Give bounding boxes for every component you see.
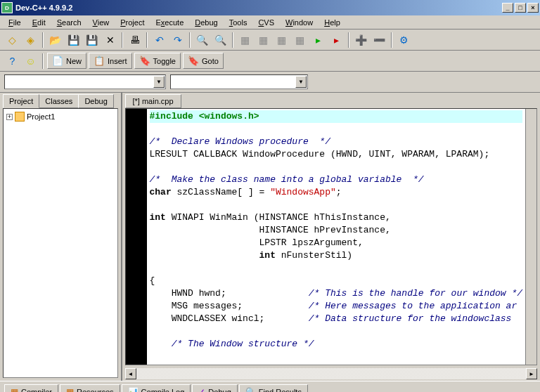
- horizontal-scrollbar[interactable]: ◄ ►: [125, 368, 538, 379]
- open-icon[interactable]: 📂: [47, 32, 63, 48]
- save-icon[interactable]: 💾: [65, 32, 82, 48]
- add-file-icon[interactable]: ➕: [353, 32, 369, 48]
- menu-cvs[interactable]: CVS: [252, 17, 280, 28]
- tab-compile-log[interactable]: 📊Compile Log: [122, 384, 191, 392]
- tab-project[interactable]: Project: [3, 94, 39, 108]
- find-icon[interactable]: 🔍: [194, 32, 210, 48]
- menu-file[interactable]: File: [3, 17, 27, 28]
- remove-file-icon[interactable]: ➖: [371, 32, 387, 48]
- menu-search[interactable]: Search: [51, 17, 87, 28]
- insert-button[interactable]: 📋Insert: [89, 53, 132, 69]
- expand-icon[interactable]: +: [6, 114, 13, 120]
- tab-compiler[interactable]: ▦Compiler: [4, 384, 58, 392]
- minimize-button[interactable]: _: [502, 3, 513, 13]
- menu-view[interactable]: View: [87, 17, 115, 28]
- menu-tools[interactable]: Tools: [224, 17, 253, 28]
- close-button[interactable]: ×: [527, 3, 539, 13]
- new-project-icon[interactable]: ◈: [22, 32, 39, 48]
- project-icon: [15, 112, 25, 122]
- options-icon[interactable]: ⚙: [396, 32, 412, 48]
- class-combo[interactable]: ▼: [4, 74, 166, 89]
- undo-icon[interactable]: ↶: [151, 32, 167, 48]
- compile-run-icon[interactable]: ▦: [274, 32, 290, 48]
- about-icon[interactable]: ☺: [22, 53, 39, 69]
- help-icon[interactable]: ?: [4, 53, 20, 69]
- window-title: Dev-C++ 4.9.9.2: [15, 4, 502, 12]
- tab-resources[interactable]: ▦Resources: [60, 384, 120, 392]
- combo-row: ▼ ▼: [0, 72, 540, 93]
- vertical-scrollbar[interactable]: [525, 109, 536, 365]
- file-tab-main[interactable]: [*] main.cpp: [125, 94, 181, 108]
- code-area[interactable]: #include <windows.h> /* Declare Windows …: [147, 109, 526, 365]
- chevron-down-icon[interactable]: ▼: [153, 76, 165, 88]
- project-tree[interactable]: + Project1: [3, 108, 118, 378]
- maximize-button[interactable]: □: [515, 3, 526, 13]
- rebuild-icon[interactable]: ▦: [292, 32, 308, 48]
- left-panel: Project Classes Debug + Project1: [0, 93, 122, 381]
- menu-project[interactable]: Project: [115, 17, 150, 28]
- save-all-icon[interactable]: 💾: [84, 32, 100, 48]
- tab-debug-bottom[interactable]: ✓Debug: [192, 384, 237, 392]
- toolbar-main: ◇ ◈ 📂 💾 💾 ✕ 🖶 ↶ ↷ 🔍 🔍 ▦ ▦ ▦ ▦ ▸ ▸ ➕ ➖ ⚙: [0, 30, 540, 51]
- project-label: Project1: [27, 112, 55, 121]
- menu-debug[interactable]: Debug: [189, 17, 223, 28]
- tab-classes[interactable]: Classes: [39, 94, 79, 108]
- compile-icon[interactable]: ▦: [237, 32, 253, 48]
- close-file-icon[interactable]: ✕: [102, 32, 118, 48]
- tree-item-project[interactable]: + Project1: [6, 112, 115, 122]
- tab-debug[interactable]: Debug: [78, 94, 113, 108]
- new-button[interactable]: 📄New: [47, 53, 86, 69]
- menu-execute[interactable]: Execute: [150, 17, 190, 28]
- menu-window[interactable]: Window: [280, 17, 319, 28]
- method-combo[interactable]: ▼: [170, 74, 308, 89]
- print-icon[interactable]: 🖶: [127, 32, 143, 48]
- toolbar-secondary: ? ☺ 📄New 📋Insert 🔖Toggle 🔖Goto: [0, 51, 540, 72]
- new-file-icon[interactable]: ◇: [4, 32, 20, 48]
- run-icon[interactable]: ▦: [255, 32, 271, 48]
- menu-help[interactable]: Help: [319, 17, 346, 28]
- replace-icon[interactable]: 🔍: [212, 32, 229, 48]
- editor[interactable]: #include <windows.h> /* Declare Windows …: [125, 108, 538, 365]
- chevron-down-icon[interactable]: ▼: [295, 76, 307, 88]
- scroll-right-icon[interactable]: ►: [526, 368, 537, 379]
- title-bar: D Dev-C++ 4.9.9.2 _ □ ×: [0, 0, 540, 15]
- tab-find-results[interactable]: 🔍Find Results: [239, 384, 308, 392]
- debug-run-icon[interactable]: ▸: [310, 32, 326, 48]
- toggle-button[interactable]: 🔖Toggle: [134, 53, 181, 69]
- menu-edit[interactable]: Edit: [27, 17, 51, 28]
- redo-icon[interactable]: ↷: [169, 32, 186, 48]
- menu-bar: File Edit Search View Project Execute De…: [0, 15, 540, 30]
- app-icon: D: [1, 2, 13, 13]
- gutter: [126, 109, 147, 365]
- debug-stop-icon[interactable]: ▸: [328, 32, 345, 48]
- editor-panel: [*] main.cpp #include <windows.h> /* Dec…: [122, 93, 541, 381]
- scroll-left-icon[interactable]: ◄: [125, 368, 136, 379]
- goto-button[interactable]: 🔖Goto: [183, 53, 224, 69]
- bottom-tabs: ▦Compiler ▦Resources 📊Compile Log ✓Debug…: [0, 381, 540, 392]
